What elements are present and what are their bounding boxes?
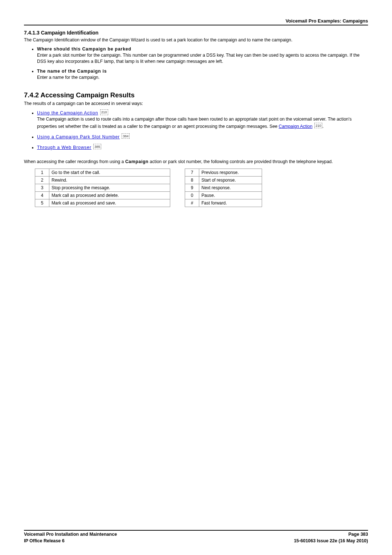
keypad-intro-bold: Campaign: [125, 159, 148, 164]
footer-right-1: Page 383: [348, 531, 368, 538]
keypad-desc: Go to the start of the call.: [49, 169, 170, 176]
footer-rule: [24, 530, 368, 531]
footer-left-2: IP Office Release 6: [24, 538, 65, 544]
keypad-desc: Start of response.: [199, 176, 262, 184]
list-item-body-post: .: [322, 124, 323, 129]
keypad-desc: Previous response.: [199, 169, 262, 176]
list-item-lead: The name of the Campaign is: [37, 69, 107, 74]
table-row: 5Mark call as processed and save.: [35, 199, 170, 207]
list-item: The name of the Campaign is Enter a name…: [37, 68, 368, 81]
keypad-key: 7: [185, 169, 199, 176]
table-row: 2Rewind.: [35, 176, 170, 184]
keypad-desc: Mark call as processed and save.: [49, 199, 170, 207]
keypad-key: 9: [185, 184, 199, 191]
keypad-intro-pre: When accessing the caller recordings fro…: [24, 159, 125, 164]
section-title-7-4-2: 7.4.2 Accessing Campaign Results: [24, 91, 368, 99]
list-item: Where should this Campaign be parked Ent…: [37, 46, 368, 65]
keypad-desc: Stop processing the message.: [49, 184, 170, 191]
table-gap: [170, 169, 185, 207]
keypad-key: 5: [35, 199, 49, 207]
keypad-desc: Mark call as processed and delete.: [49, 191, 170, 199]
keypad-key: 2: [35, 176, 49, 184]
section-7-4-1-3-list: Where should this Campaign be parked Ent…: [24, 46, 368, 81]
keypad-desc: Next response.: [199, 184, 262, 191]
keypad-key: 1: [35, 169, 49, 176]
table-row: 4Mark call as processed and delete.: [35, 191, 170, 199]
link-through-web-browser[interactable]: Through a Web Browser: [37, 145, 91, 150]
table-row: 1Go to the start of the call.: [35, 169, 170, 176]
keypad-intro-post: action or park slot number, the followin…: [148, 159, 333, 164]
section-7-4-2-list: Using the Campaign Action 210 The Campai…: [24, 109, 368, 151]
keypad-desc: Fast forward.: [199, 199, 262, 207]
keypad-desc: Rewind.: [49, 176, 170, 184]
keypad-key: 3: [35, 184, 49, 191]
table-row: 0Pause.: [185, 191, 262, 199]
page-ref: 210: [100, 109, 108, 115]
keypad-table-left: 1Go to the start of the call.2Rewind.3St…: [35, 169, 170, 207]
page-content: Voicemail Pro Examples: Campaigns 7.4.1.…: [0, 0, 392, 555]
footer-right-2: 15-601063 Issue 22e (16 May 2010): [294, 538, 368, 544]
keypad-key: #: [185, 199, 199, 207]
link-using-campaign-action[interactable]: Using the Campaign Action: [37, 110, 98, 116]
table-row: 9Next response.: [185, 184, 262, 191]
page-ref: 385: [93, 144, 101, 149]
list-item-lead: Where should this Campaign be parked: [37, 46, 131, 52]
footer-left-1: Voicemail Pro Installation and Maintenan…: [24, 531, 117, 538]
keypad-table-wrap: 1Go to the start of the call.2Rewind.3St…: [24, 169, 368, 207]
keypad-table-right: 7Previous response.8Start of response.9N…: [185, 169, 262, 207]
section-intro-7-4-1-3: The Campaign Identification window of th…: [24, 37, 368, 43]
page-ref: 210: [314, 123, 322, 128]
link-using-park-slot[interactable]: Using a Campaign Park Slot Number: [37, 134, 120, 139]
table-row: 7Previous response.: [185, 169, 262, 176]
section-title-7-4-1-3: 7.4.1.3 Campaign Identification: [24, 30, 368, 36]
table-row: 8Start of response.: [185, 176, 262, 184]
keypad-intro: When accessing the caller recordings fro…: [24, 159, 368, 165]
section-intro-7-4-2: The results of a campaign can be accesse…: [24, 101, 368, 107]
list-item: Using the Campaign Action 210 The Campai…: [37, 109, 368, 130]
page-footer: Voicemail Pro Installation and Maintenan…: [24, 530, 368, 544]
list-item: Using a Campaign Park Slot Number 384: [37, 133, 368, 140]
table-row: #Fast forward.: [185, 199, 262, 207]
link-campaign-action-inline[interactable]: Campaign Action: [279, 124, 313, 129]
list-item: Through a Web Browser 385: [37, 144, 368, 151]
table-row: 3Stop processing the message.: [35, 184, 170, 191]
keypad-key: 8: [185, 176, 199, 184]
page-ref: 384: [122, 133, 130, 139]
keypad-desc: Pause.: [199, 191, 262, 199]
list-item-body: Enter a park slot number for the campaig…: [37, 53, 360, 64]
keypad-key: 0: [185, 191, 199, 199]
header-breadcrumb: Voicemail Pro Examples: Campaigns: [24, 18, 368, 25]
keypad-key: 4: [35, 191, 49, 199]
list-item-body: Enter a name for the campaign.: [37, 75, 99, 80]
